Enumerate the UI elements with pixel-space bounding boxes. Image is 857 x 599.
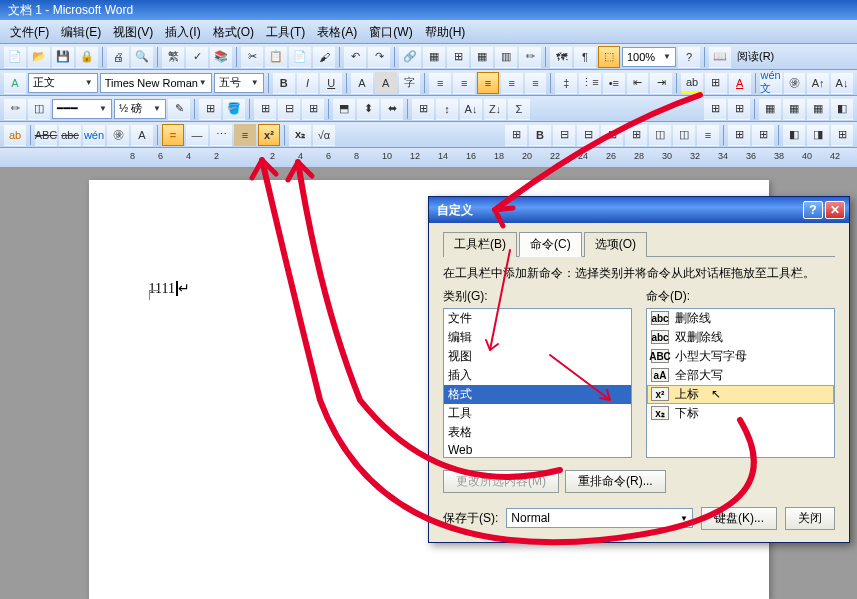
align-left-icon[interactable]: ≡ xyxy=(429,72,451,94)
new-doc-icon[interactable]: 📄 xyxy=(4,46,26,68)
enclose2-icon[interactable]: ㊝ xyxy=(107,124,129,146)
misc2-icon[interactable]: ⊞ xyxy=(728,98,750,120)
menu-insert[interactable]: 插入(I) xyxy=(159,20,206,43)
command-item[interactable]: x₂下标 xyxy=(647,404,834,423)
split-cells-icon[interactable]: ⊞ xyxy=(302,98,324,120)
phonetic-icon[interactable]: wén文 xyxy=(760,72,782,94)
underline-icon[interactable]: U xyxy=(320,72,342,94)
table-autoformat-icon[interactable]: ⊞ xyxy=(412,98,434,120)
char-border2-icon[interactable]: A xyxy=(131,124,153,146)
draw-table-icon[interactable]: ✏ xyxy=(4,98,26,120)
char-border-icon[interactable]: A xyxy=(351,72,373,94)
help-icon[interactable]: ? xyxy=(678,46,700,68)
shading-color-icon[interactable]: 🪣 xyxy=(223,98,245,120)
align-top-icon[interactable]: ⬒ xyxy=(333,98,355,120)
tab-options[interactable]: 选项(O) xyxy=(584,232,647,257)
menu-file[interactable]: 文件(F) xyxy=(4,20,55,43)
menu-window[interactable]: 窗口(W) xyxy=(363,20,418,43)
hyperlink-icon[interactable]: 🔗 xyxy=(399,46,421,68)
eraser-icon[interactable]: ◫ xyxy=(28,98,50,120)
print-icon[interactable]: 🖨 xyxy=(107,46,129,68)
category-item[interactable]: 工具 xyxy=(444,404,631,423)
rearrange-commands-button[interactable]: 重排命令(R)... xyxy=(565,470,666,493)
keyboard-button[interactable]: 键盘(K)... xyxy=(701,507,777,530)
misc1-icon[interactable]: ⊞ xyxy=(704,98,726,120)
merge-cells-icon[interactable]: ⊟ xyxy=(278,98,300,120)
dialog-titlebar[interactable]: 自定义 ? ✕ xyxy=(429,197,849,223)
open-icon[interactable]: 📂 xyxy=(28,46,50,68)
command-item[interactable]: aA全部大写 xyxy=(647,366,834,385)
equals-icon[interactable]: = xyxy=(162,124,184,146)
save-icon[interactable]: 💾 xyxy=(52,46,74,68)
cut-icon[interactable]: ✂ xyxy=(241,46,263,68)
strike-icon[interactable]: ABC xyxy=(35,124,57,146)
lines-icon[interactable]: ≡ xyxy=(234,124,256,146)
enclose-icon[interactable]: ㊝ xyxy=(784,72,806,94)
phonetic2-icon[interactable]: wén xyxy=(83,124,105,146)
traditional-icon[interactable]: 繁 xyxy=(162,46,184,68)
font-color-icon[interactable]: A xyxy=(729,72,751,94)
align-right-icon[interactable]: ≡ xyxy=(477,72,499,94)
excel-icon[interactable]: ▦ xyxy=(471,46,493,68)
paste-icon[interactable]: 📄 xyxy=(289,46,311,68)
r1-icon[interactable]: ⊞ xyxy=(505,124,527,146)
insert-table2-icon[interactable]: ⊞ xyxy=(254,98,276,120)
misc5-icon[interactable]: ▦ xyxy=(807,98,829,120)
r10-icon[interactable]: ⊞ xyxy=(728,124,750,146)
menu-table[interactable]: 表格(A) xyxy=(311,20,363,43)
tab-commands[interactable]: 命令(C) xyxy=(519,232,582,257)
tables-borders-icon[interactable]: ▦ xyxy=(423,46,445,68)
distribute-icon[interactable]: ≡ xyxy=(525,72,547,94)
misc3-icon[interactable]: ▦ xyxy=(759,98,781,120)
increase-indent-icon[interactable]: ⇥ xyxy=(650,72,672,94)
modify-selection-button[interactable]: 更改所选内容(M) xyxy=(443,470,559,493)
line-spacing-icon[interactable]: ‡ xyxy=(555,72,577,94)
format-painter-icon[interactable]: 🖌 xyxy=(313,46,335,68)
r12-icon[interactable]: ◧ xyxy=(783,124,805,146)
sort-asc-icon[interactable]: A↓ xyxy=(460,98,482,120)
reading-label[interactable]: 阅读(R) xyxy=(733,49,778,64)
border-icon[interactable]: ⊞ xyxy=(705,72,727,94)
distribute-rows-icon[interactable]: ⬍ xyxy=(357,98,379,120)
dialog-help-icon[interactable]: ? xyxy=(803,201,823,219)
r9-icon[interactable]: ≡ xyxy=(697,124,719,146)
char-shading-icon[interactable]: A xyxy=(375,72,397,94)
autosum-icon[interactable]: Σ xyxy=(508,98,530,120)
sort-desc-icon[interactable]: Z↓ xyxy=(484,98,506,120)
redo-icon[interactable]: ↷ xyxy=(368,46,390,68)
line-style-combo[interactable]: ━━━▼ xyxy=(52,99,112,119)
category-item[interactable]: 表格 xyxy=(444,423,631,442)
menu-format[interactable]: 格式(O) xyxy=(207,20,260,43)
bold-icon[interactable]: B xyxy=(273,72,295,94)
numbering-icon[interactable]: ⋮≡ xyxy=(579,72,601,94)
r5-icon[interactable]: ⊞ xyxy=(601,124,623,146)
category-item[interactable]: 编辑 xyxy=(444,328,631,347)
zoom-combo[interactable]: 100%▼ xyxy=(622,47,676,67)
undo-icon[interactable]: ↶ xyxy=(344,46,366,68)
command-item[interactable]: ABC小型大写字母 xyxy=(647,347,834,366)
command-item[interactable]: abc删除线 xyxy=(647,309,834,328)
outside-border-icon[interactable]: ⊞ xyxy=(199,98,221,120)
menu-help[interactable]: 帮助(H) xyxy=(419,20,472,43)
superscript-icon[interactable]: x² xyxy=(258,124,280,146)
command-item[interactable]: x²上标↖ xyxy=(647,385,834,404)
shrink-font-icon[interactable]: A↓ xyxy=(831,72,853,94)
styles-icon[interactable]: A xyxy=(4,72,26,94)
copy-icon[interactable]: 📋 xyxy=(265,46,287,68)
distribute-cols-icon[interactable]: ⬌ xyxy=(381,98,403,120)
misc4-icon[interactable]: ▦ xyxy=(783,98,805,120)
r8-icon[interactable]: ◫ xyxy=(673,124,695,146)
tab-toolbars[interactable]: 工具栏(B) xyxy=(443,232,517,257)
drawing-icon[interactable]: ✏ xyxy=(519,46,541,68)
r6-icon[interactable]: ⊞ xyxy=(625,124,647,146)
dots-icon[interactable]: ⋯ xyxy=(210,124,232,146)
insert-table-icon[interactable]: ⊞ xyxy=(447,46,469,68)
font-combo[interactable]: Times New Roman▼ xyxy=(100,73,212,93)
menu-view[interactable]: 视图(V) xyxy=(107,20,159,43)
border-color-icon[interactable]: ✎ xyxy=(168,98,190,120)
r7-icon[interactable]: ◫ xyxy=(649,124,671,146)
category-item[interactable]: 插入 xyxy=(444,366,631,385)
grow-font-icon[interactable]: A↑ xyxy=(807,72,829,94)
r11-icon[interactable]: ⊞ xyxy=(752,124,774,146)
menu-tools[interactable]: 工具(T) xyxy=(260,20,311,43)
